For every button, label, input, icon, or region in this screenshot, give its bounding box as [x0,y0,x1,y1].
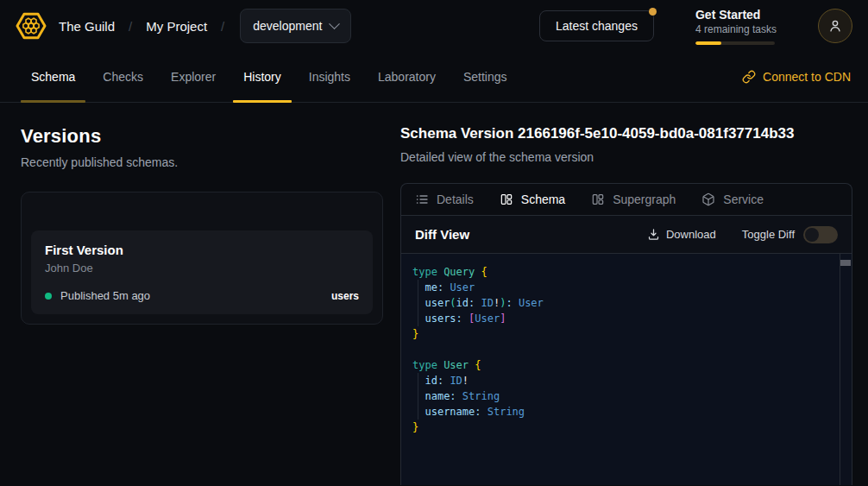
detail-tab-schema[interactable]: Schema [500,193,565,206]
tab-label: Insights [309,70,350,84]
version-status-label: Published 5m ago [60,289,150,302]
detail-tab-service[interactable]: Service [701,193,764,206]
user-avatar[interactable] [818,9,852,43]
tab-insights[interactable]: Insights [299,52,361,102]
tab-history[interactable]: History [233,52,292,102]
person-icon [827,17,844,35]
versions-card: First Version John Doe Published 5m ago … [21,192,383,325]
tab-label: Laboratory [378,70,436,84]
hive-logo-icon[interactable] [14,9,48,43]
chevron-down-icon [330,18,341,29]
tab-label: Schema [31,70,75,84]
breadcrumb-separator: / [221,19,224,34]
schema-version-title: Schema Version 2166196f-5e10-4059-bd0a-0… [400,125,852,142]
get-started-subtitle: 4 remaining tasks [695,23,777,35]
detail-tab-supergraph[interactable]: Supergraph [591,193,676,206]
tab-explorer[interactable]: Explorer [160,52,226,102]
tab-label: Settings [463,70,507,84]
toggle-diff-label: Toggle Diff [742,228,795,241]
latest-changes-button[interactable]: Latest changes [539,10,654,41]
version-detail-container: Details Schema Supergr [400,183,852,485]
target-select[interactable]: development [240,9,351,43]
version-detail-panel: Schema Version 2166196f-5e10-4059-bd0a-0… [400,103,852,485]
get-started-title: Get Started [695,8,777,22]
breadcrumb-project[interactable]: My Project [146,19,207,34]
tab-checks[interactable]: Checks [92,52,154,102]
notification-dot [649,8,657,16]
switch-knob [805,228,819,242]
published-dot-icon [45,293,52,300]
tab-label: Explorer [171,70,216,84]
latest-changes-label: Latest changes [556,19,638,33]
detail-tab-label: Schema [521,193,565,206]
scrollbar-thumb[interactable] [840,260,851,266]
tab-label: Checks [103,70,143,84]
link-icon [742,70,756,84]
toggle-diff-switch[interactable] [803,226,838,243]
breadcrumb-org[interactable]: The Guild [59,19,115,34]
versions-panel: Versions Recently published schemas. Fir… [0,103,400,485]
get-started-progressbar [695,41,775,45]
download-button[interactable]: Download [647,228,716,241]
get-started-widget[interactable]: Get Started 4 remaining tasks [695,8,777,45]
cube-icon [701,193,715,206]
diff-view-title: Diff View [415,227,469,242]
detail-tab-label: Supergraph [613,193,676,206]
detail-tab-label: Service [723,193,764,206]
panels-icon [500,193,513,206]
indent-guide [418,373,418,420]
detail-tabs: Details Schema Supergr [401,184,852,216]
tab-settings[interactable]: Settings [453,52,518,102]
connect-to-cdn-label: Connect to CDN [763,70,851,84]
version-title: First Version [45,243,359,257]
connect-to-cdn-link[interactable]: Connect to CDN [742,52,851,102]
target-select-value: development [253,19,322,33]
breadcrumb-separator: / [129,19,132,34]
main-content: Versions Recently published schemas. Fir… [0,103,868,485]
tab-label: History [243,70,281,84]
code-block: type Query { me: User user(id: ID!): Use… [412,264,852,435]
version-list-item[interactable]: First Version John Doe Published 5m ago … [31,230,373,314]
tab-underline [21,100,85,103]
version-service-badge: users [331,290,359,302]
tab-laboratory[interactable]: Laboratory [368,52,446,102]
version-author: John Doe [45,262,359,275]
app-header: The Guild / My Project / development Lat… [0,0,868,52]
schema-version-subtitle: Detailed view of the schema version [400,150,852,164]
breadcrumb: The Guild / My Project / development [59,9,351,43]
indent-guide [418,280,418,326]
editor-scrollbar[interactable] [840,254,852,485]
list-icon [415,193,429,206]
tab-schema[interactable]: Schema [21,52,85,102]
main-nav: Schema Checks Explorer History Insights … [0,52,868,103]
detail-tab-details[interactable]: Details [415,193,474,206]
tab-underline [233,100,292,103]
detail-tab-label: Details [437,193,474,206]
versions-title: Versions [21,125,400,148]
panels-icon [591,193,605,206]
version-status: Published 5m ago [45,289,150,302]
get-started-progress-fill [695,41,721,45]
download-label: Download [666,228,716,241]
diff-view-toolbar: Diff View Download Toggle Diff [401,216,852,254]
download-icon [647,228,660,241]
schema-code-editor[interactable]: type Query { me: User user(id: ID!): Use… [401,254,852,485]
versions-subtitle: Recently published schemas. [21,155,400,169]
